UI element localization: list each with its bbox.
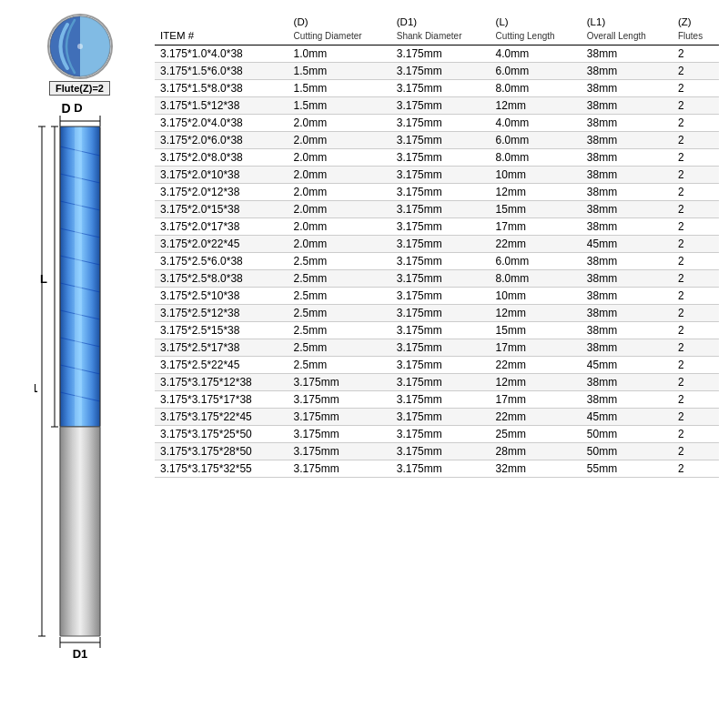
cell-z: 2 [672, 408, 719, 425]
cell-item: 3.175*3.175*12*38 [155, 373, 288, 390]
cell-l: 8.0mm [490, 269, 581, 287]
cell-d: 1.5mm [288, 96, 391, 114]
cell-d: 1.5mm [288, 62, 391, 79]
cell-d: 2.5mm [288, 269, 391, 287]
cell-item: 3.175*2.0*8.0*38 [155, 148, 288, 166]
cell-l: 12mm [490, 304, 581, 321]
table-row: 3.175*2.0*6.0*382.0mm3.175mm6.0mm38mm2 [155, 131, 719, 148]
col-header-l: (L) Cutting Length [490, 14, 581, 45]
cell-l: 12mm [490, 96, 581, 114]
col-header-d1: (D1) Shank Diameter [391, 14, 490, 45]
cell-d: 1.0mm [288, 45, 391, 62]
cell-z: 2 [672, 166, 719, 183]
cell-item: 3.175*2.0*12*38 [155, 183, 288, 200]
cell-item: 3.175*3.175*22*45 [155, 408, 288, 425]
cell-l: 28mm [490, 442, 581, 460]
cell-item: 3.175*2.5*8.0*38 [155, 269, 288, 287]
table-row: 3.175*3.175*25*503.175mm3.175mm25mm50mm2 [155, 425, 719, 442]
cell-z: 2 [672, 217, 719, 235]
cell-z: 2 [672, 62, 719, 79]
table-row: 3.175*2.5*15*382.5mm3.175mm15mm38mm2 [155, 321, 719, 339]
flute-label: Flute(Z)=2 [49, 81, 110, 96]
cell-d1: 3.175mm [391, 408, 490, 425]
cell-l1: 38mm [581, 166, 672, 183]
cell-d1: 3.175mm [391, 62, 490, 79]
cell-l: 22mm [490, 408, 581, 425]
tool-icon [47, 14, 113, 79]
cell-z: 2 [672, 321, 719, 339]
cell-z: 2 [672, 425, 719, 442]
cell-d: 2.5mm [288, 356, 391, 373]
cell-z: 2 [672, 373, 719, 390]
cell-l1: 38mm [581, 390, 672, 408]
cell-l1: 38mm [581, 252, 672, 269]
tool-diagram: D D [35, 101, 135, 629]
cell-z: 2 [672, 269, 719, 287]
cell-d: 3.175mm [288, 442, 391, 460]
table-row: 3.175*1.0*4.0*381.0mm3.175mm4.0mm38mm2 [155, 45, 719, 62]
cell-l1: 38mm [581, 148, 672, 166]
cell-d1: 3.175mm [391, 96, 490, 114]
table-row: 3.175*3.175*22*453.175mm3.175mm22mm45mm2 [155, 408, 719, 425]
cell-l: 10mm [490, 287, 581, 304]
cell-item: 3.175*2.0*15*38 [155, 200, 288, 217]
cell-d: 2.0mm [288, 114, 391, 131]
cell-d: 2.5mm [288, 287, 391, 304]
cell-l: 12mm [490, 183, 581, 200]
cell-d1: 3.175mm [391, 252, 490, 269]
cell-l: 6.0mm [490, 252, 581, 269]
cell-l: 22mm [490, 235, 581, 252]
table-row: 3.175*2.5*12*382.5mm3.175mm12mm38mm2 [155, 304, 719, 321]
svg-text:D: D [74, 101, 82, 115]
cell-l1: 45mm [581, 356, 672, 373]
cell-item: 3.175*1.5*8.0*38 [155, 79, 288, 96]
cell-d1: 3.175mm [391, 287, 490, 304]
table-row: 3.175*2.0*15*382.0mm3.175mm15mm38mm2 [155, 200, 719, 217]
table-row: 3.175*2.5*8.0*382.5mm3.175mm8.0mm38mm2 [155, 269, 719, 287]
table-row: 3.175*3.175*32*553.175mm3.175mm32mm55mm2 [155, 460, 719, 477]
cell-z: 2 [672, 183, 719, 200]
cell-l1: 45mm [581, 235, 672, 252]
cell-z: 2 [672, 114, 719, 131]
cell-d: 2.0mm [288, 183, 391, 200]
cell-item: 3.175*2.5*22*45 [155, 356, 288, 373]
cell-item: 3.175*2.5*15*38 [155, 321, 288, 339]
cell-d: 1.5mm [288, 79, 391, 96]
table-row: 3.175*2.0*12*382.0mm3.175mm12mm38mm2 [155, 183, 719, 200]
cell-z: 2 [672, 148, 719, 166]
cell-d1: 3.175mm [391, 114, 490, 131]
cell-l1: 38mm [581, 373, 672, 390]
cell-z: 2 [672, 287, 719, 304]
table-row: 3.175*2.0*22*452.0mm3.175mm22mm45mm2 [155, 235, 719, 252]
cell-d1: 3.175mm [391, 321, 490, 339]
cell-z: 2 [672, 252, 719, 269]
cell-d1: 3.175mm [391, 339, 490, 356]
cell-z: 2 [672, 390, 719, 408]
table-row: 3.175*2.0*8.0*382.0mm3.175mm8.0mm38mm2 [155, 148, 719, 166]
col-header-z: (Z) Flutes [672, 14, 719, 45]
cell-d1: 3.175mm [391, 131, 490, 148]
cell-d: 2.5mm [288, 252, 391, 269]
cell-item: 3.175*2.0*17*38 [155, 217, 288, 235]
page: Flute(Z)=2 D D [0, 0, 728, 728]
cell-d: 2.0mm [288, 166, 391, 183]
cell-d1: 3.175mm [391, 373, 490, 390]
table-row: 3.175*3.175*12*383.175mm3.175mm12mm38mm2 [155, 373, 719, 390]
cell-l: 17mm [490, 217, 581, 235]
cell-l: 4.0mm [490, 114, 581, 131]
cell-d: 3.175mm [288, 425, 391, 442]
cell-item: 3.175*2.5*10*38 [155, 287, 288, 304]
cell-d1: 3.175mm [391, 304, 490, 321]
table-row: 3.175*1.5*6.0*381.5mm3.175mm6.0mm38mm2 [155, 62, 719, 79]
table-row: 3.175*3.175*17*383.175mm3.175mm17mm38mm2 [155, 390, 719, 408]
cell-l: 8.0mm [490, 79, 581, 96]
cell-l1: 38mm [581, 131, 672, 148]
cell-l: 8.0mm [490, 148, 581, 166]
cell-z: 2 [672, 460, 719, 477]
cell-d: 3.175mm [288, 390, 391, 408]
cell-l1: 38mm [581, 321, 672, 339]
cell-l1: 38mm [581, 304, 672, 321]
svg-text:D1: D1 [72, 647, 87, 661]
cell-l1: 38mm [581, 96, 672, 114]
cell-item: 3.175*1.0*4.0*38 [155, 45, 288, 62]
